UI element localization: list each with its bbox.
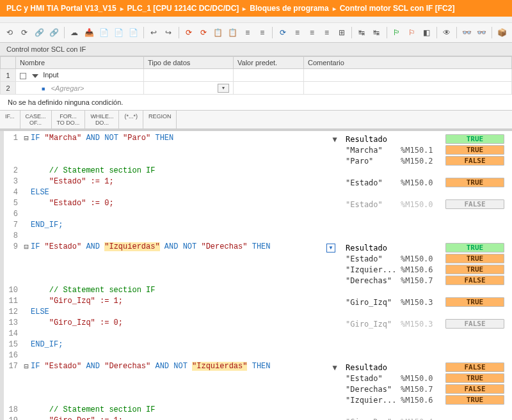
watch-var-name: "Derechas": [343, 276, 401, 285]
fold-icon[interactable]: ⊟: [22, 134, 31, 143]
snippet-case[interactable]: CASE...OF...: [20, 111, 52, 128]
breadcrumb-sep: ▸: [243, 5, 246, 12]
tb-btn-23[interactable]: ↹: [356, 26, 368, 40]
toolbar-separator: [492, 27, 492, 38]
line-number: 16: [5, 351, 22, 360]
tb-btn-1[interactable]: ⟲: [4, 26, 16, 40]
line-number: 14: [5, 329, 22, 338]
toolbar: ⟲ ⟳ 🔗 🔗 ☁ 📥 📄 📄 📄 ↩ ↪ ⟳ ⟳ 📋 📋 ≡ ≡ ⟳ ≡ ≡ …: [0, 23, 512, 43]
watch-var-addr: %M150.2: [401, 157, 445, 166]
snippet-region[interactable]: REGION: [143, 111, 177, 128]
breadcrumb-item[interactable]: PLC y HMI TIA Portal V13_V15: [6, 4, 116, 13]
watch-var-value: FALSE: [445, 384, 504, 394]
tb-btn-25[interactable]: 🏳: [391, 26, 403, 40]
tb-btn-monitor[interactable]: 👓: [461, 26, 473, 40]
tb-btn-16[interactable]: ≡: [241, 26, 253, 40]
fold-icon[interactable]: ⊟: [22, 242, 31, 252]
snippet-if[interactable]: IF...: [0, 111, 20, 128]
watch-var-name: "Izquier...: [343, 265, 401, 274]
watch-expand-icon[interactable]: ▼: [326, 244, 335, 253]
breadcrumb-item[interactable]: Bloques de programa: [250, 4, 328, 13]
tb-btn-15[interactable]: 📋: [227, 26, 239, 40]
tb-btn-9[interactable]: 📄: [127, 26, 140, 40]
line-number: 8: [5, 231, 22, 240]
watch-var-value: TRUE: [445, 373, 504, 383]
tb-btn-20[interactable]: ≡: [306, 26, 318, 40]
tb-btn-14[interactable]: 📋: [212, 26, 224, 40]
snippet-while[interactable]: WHILE...DO...: [85, 111, 119, 128]
line-number: 11: [5, 297, 22, 306]
col-header-name[interactable]: Nombre: [16, 57, 144, 69]
watch-var-addr: %M150.3: [401, 298, 445, 307]
tb-btn-8[interactable]: 📄: [113, 26, 125, 40]
snippet-for[interactable]: FOR...TO DO...: [52, 111, 86, 128]
tb-btn-22[interactable]: ⊞: [335, 26, 348, 40]
tb-btn-17[interactable]: ≡: [256, 26, 268, 40]
watch-var-value: TRUE: [445, 178, 504, 187]
tb-btn-18[interactable]: ⟳: [276, 26, 289, 40]
variable-table: Nombre Tipo de datos Valor predet. Comen…: [0, 56, 512, 95]
col-header-blank: [1, 57, 16, 69]
line-number: 2: [5, 166, 22, 175]
fold-icon[interactable]: ⊟: [22, 362, 31, 371]
watch-var-name: Resultado: [343, 135, 401, 144]
line-number: 7: [5, 221, 22, 229]
tb-btn-26[interactable]: ⚐: [406, 26, 418, 40]
tb-btn-4[interactable]: 🔗: [48, 26, 60, 40]
tb-btn-3[interactable]: 🔗: [33, 26, 45, 40]
toolbar-separator: [387, 27, 387, 38]
watch-var-addr: %M150.3: [401, 320, 445, 329]
watch-row: "Paro"%M150.2FALSE: [326, 155, 512, 166]
tb-btn-11[interactable]: ↪: [163, 26, 175, 40]
watch-var-name: "Giro_Izq": [343, 298, 401, 307]
line-number: 18: [5, 405, 22, 414]
var-row-add[interactable]: 2 ■ <Agregar> ▾: [1, 82, 512, 95]
tb-btn-13[interactable]: ⟳: [197, 26, 209, 40]
tb-btn-19[interactable]: ≡: [291, 26, 303, 40]
tb-btn-5[interactable]: ☁: [68, 26, 81, 40]
watch-var-addr: %M150.7: [401, 276, 445, 285]
collapse-icon[interactable]: [32, 74, 38, 78]
watch-var-name: "Giro_Izq": [343, 320, 401, 329]
type-dropdown-icon[interactable]: ▾: [218, 84, 229, 93]
toolbar-spacer: [0, 17, 512, 23]
tb-btn-6[interactable]: 📥: [83, 26, 95, 40]
breadcrumb-item[interactable]: Control motor SCL con IF [FC2]: [340, 4, 455, 13]
watch-var-value: TRUE: [445, 243, 504, 253]
tb-btn-monitor-off[interactable]: 👓: [476, 26, 488, 40]
col-header-default[interactable]: Valor predet.: [234, 57, 304, 69]
line-number: 17: [5, 362, 22, 371]
watch-expand-icon[interactable]: ▼: [326, 363, 343, 372]
snippet-comment[interactable]: (*...*): [119, 111, 143, 128]
watch-var-value: TRUE: [445, 395, 504, 405]
tb-btn-21[interactable]: ≡: [321, 26, 333, 40]
watch-row: "Estado"%M150.0TRUE: [326, 177, 512, 188]
watch-row: "Izquier...%M150.6TRUE: [326, 394, 512, 405]
watch-expand-icon[interactable]: ▼: [326, 135, 343, 144]
add-placeholder[interactable]: <Agregar>: [51, 84, 84, 92]
col-header-comment[interactable]: Comentario: [304, 57, 512, 69]
tb-btn-2[interactable]: ⟳: [19, 26, 31, 40]
tb-btn-27[interactable]: ◧: [420, 26, 433, 40]
breadcrumb-item[interactable]: PLC_1 [CPU 1214C DC/DC/DC]: [127, 4, 239, 13]
var-section-name: Input: [43, 71, 58, 79]
watch-row: "Giro_Izq"%M150.3TRUE: [326, 297, 512, 307]
toolbar-separator: [436, 27, 437, 38]
var-row-input[interactable]: 1 Input: [1, 69, 512, 82]
watch-var-addr: %M150.4: [401, 417, 445, 421]
line-number: 10: [5, 286, 22, 295]
fold-gutter: [0, 131, 4, 420]
tb-btn-10[interactable]: ↩: [148, 26, 160, 40]
bullet-icon: ■: [42, 86, 45, 92]
col-header-type[interactable]: Tipo de datos: [144, 57, 234, 69]
watch-var-name: "Marcha": [343, 146, 401, 155]
watch-row: "Giro_Der"%M150.4: [326, 416, 512, 420]
tb-btn-7[interactable]: 📄: [98, 26, 110, 40]
watch-var-name: "Estado": [343, 374, 401, 383]
tb-btn-24[interactable]: ↹: [371, 26, 383, 40]
tb-btn-12[interactable]: ⟳: [182, 26, 195, 40]
tb-btn-last[interactable]: 📦: [496, 26, 508, 40]
tb-btn-28[interactable]: 👁: [440, 26, 452, 40]
watch-var-addr: %M150.0: [401, 254, 445, 263]
watch-var-name: "Paro": [343, 157, 401, 166]
